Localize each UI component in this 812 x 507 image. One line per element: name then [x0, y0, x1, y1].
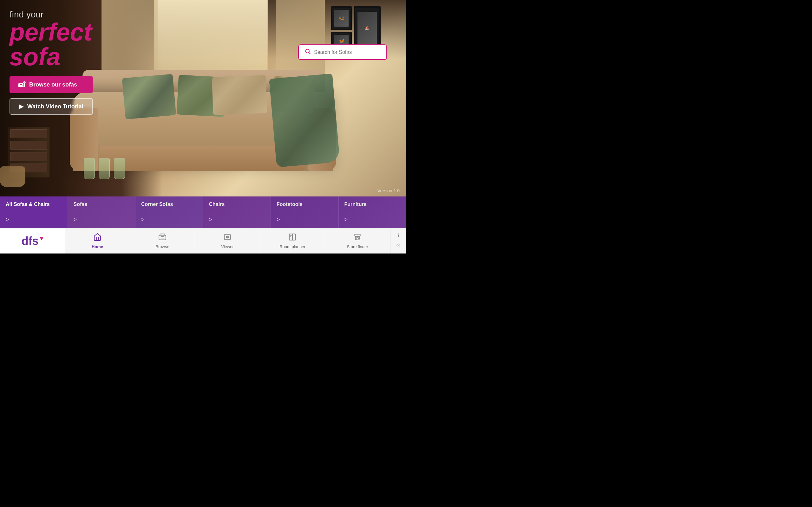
pillow-3	[212, 75, 267, 115]
nav-store-finder[interactable]: Store finder	[325, 228, 390, 253]
glass-3	[114, 158, 125, 179]
wicker-basket	[0, 166, 26, 187]
browse-sofas-button[interactable]: 🛋 Browse our sofas	[9, 76, 93, 93]
browse-button-label: Browse our sofas	[29, 81, 77, 88]
hero-section: 🦋 ⛵ 🦋 🐦 find your perfect	[0, 0, 406, 196]
info-icon[interactable]: ℹ	[397, 233, 399, 239]
category-footstools[interactable]: Footstools >	[271, 196, 339, 228]
nav-home[interactable]: Home	[65, 228, 130, 253]
nav-viewer[interactable]: Viewer	[195, 228, 260, 253]
category-all-sofas-chairs[interactable]: All Sofas & Chairs >	[0, 196, 68, 228]
headline-block: find your perfect sofa	[9, 9, 92, 69]
store-finder-icon	[353, 233, 362, 243]
category-arrow-4: >	[276, 216, 333, 223]
dfs-heart-icon: ♥	[40, 235, 44, 242]
action-buttons: 🛋 Browse our sofas ▶ Watch Video Tutoria…	[9, 76, 93, 115]
svg-point-0	[305, 49, 309, 53]
dfs-text: dfs	[21, 235, 39, 247]
category-arrow-1: >	[73, 216, 130, 223]
nav-browse-label: Browse	[155, 244, 169, 249]
nav-home-label: Home	[92, 244, 103, 249]
nav-browse[interactable]: Browse	[130, 228, 195, 253]
frame-large: ⛵	[354, 6, 380, 49]
category-chairs[interactable]: Chairs >	[203, 196, 271, 228]
nav-dfs-logo[interactable]: dfs ♥	[0, 228, 65, 253]
throw-blanket	[269, 73, 340, 167]
room-planner-icon	[288, 233, 297, 243]
tagline-sofa: sofa	[9, 44, 92, 69]
category-bar: All Sofas & Chairs > Sofas > Corner Sofa…	[0, 196, 406, 228]
pillow-1	[122, 74, 176, 119]
frame-1: 🦋	[331, 6, 352, 30]
version-text: Version 1.0	[377, 188, 400, 193]
search-box[interactable]	[298, 44, 387, 60]
glass-1	[84, 158, 95, 179]
favorites-icon[interactable]: ♡	[396, 243, 401, 249]
search-input[interactable]	[314, 49, 380, 55]
watch-tutorial-button[interactable]: ▶ Watch Video Tutorial	[9, 98, 93, 115]
svg-point-7	[227, 237, 228, 237]
dfs-brand: dfs ♥	[21, 235, 44, 247]
play-icon: ▶	[19, 103, 23, 110]
bottom-navigation: dfs ♥ Home Browse	[0, 228, 406, 253]
tagline-perfect: perfect	[9, 20, 92, 44]
glass-2	[99, 158, 110, 179]
nav-store-finder-label: Store finder	[347, 244, 368, 249]
search-icon	[305, 48, 311, 56]
category-corner-sofas[interactable]: Corner Sofas >	[136, 196, 203, 228]
category-sofas[interactable]: Sofas >	[68, 196, 136, 228]
browse-icon	[158, 233, 166, 243]
svg-line-1	[309, 53, 310, 54]
watch-button-label: Watch Video Tutorial	[27, 103, 84, 110]
category-arrow-5: >	[345, 216, 401, 223]
category-furniture[interactable]: Furniture >	[339, 196, 406, 228]
svg-rect-2	[159, 235, 166, 240]
nav-room-planner-label: Room planner	[280, 244, 305, 249]
nav-viewer-label: Viewer	[221, 244, 234, 249]
nav-side-icons: ℹ ♡	[390, 228, 406, 253]
sofa-icon: 🛋	[18, 80, 26, 89]
nav-room-planner[interactable]: Room planner	[260, 228, 325, 253]
home-icon	[93, 233, 101, 243]
category-arrow-3: >	[209, 216, 265, 223]
category-arrow-0: >	[6, 216, 62, 223]
table-glasses	[83, 158, 146, 184]
category-arrow-2: >	[141, 216, 197, 223]
viewer-icon	[223, 233, 232, 243]
